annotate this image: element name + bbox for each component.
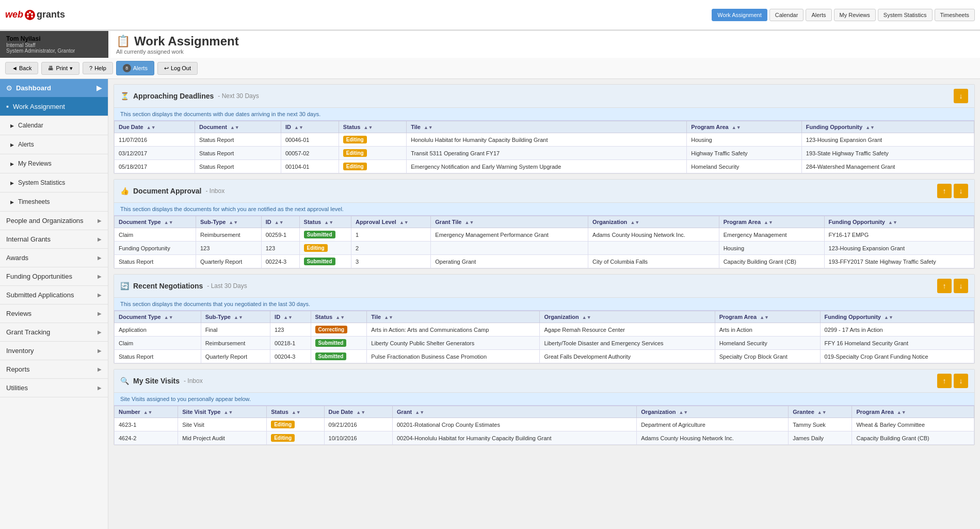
sort-sv-grant-icon: ▲▼ <box>415 410 424 415</box>
col-due-date[interactable]: Due Date ▲▼ <box>115 121 195 133</box>
sidebar-item-system-statistics[interactable]: ▸ System Statistics <box>0 173 108 193</box>
col-rn-org[interactable]: Organization ▲▼ <box>540 311 715 323</box>
recent-negotiations-info: This section displays the documents that… <box>114 298 974 311</box>
col-program-area2[interactable]: Program Area ▲▼ <box>719 216 824 228</box>
cell-id: 123 <box>261 242 299 255</box>
col-id[interactable]: ID ▲▼ <box>281 121 339 133</box>
sidebar-label-funding-opportunities: Funding Opportunities <box>6 272 72 280</box>
sort-rn-doc-type-icon: ▲▼ <box>164 315 173 320</box>
print-button[interactable]: 🖶 🖶 Print Print ▾ <box>41 62 79 75</box>
sidebar-item-calendar[interactable]: ▸ Calendar <box>0 116 108 135</box>
cell-sub-type: Reimbursement <box>196 228 261 242</box>
col-rn-fo[interactable]: Funding Opportunity ▲▼ <box>820 311 974 323</box>
sidebar-item-inventory[interactable]: Inventory ▶ <box>0 342 108 360</box>
submitted-apps-arrow-icon: ▶ <box>98 292 102 298</box>
col-doc-type[interactable]: Document Type ▲▼ <box>115 216 196 228</box>
negotiations-up-btn[interactable]: ↑ <box>937 279 952 293</box>
sort-due-date-icon: ▲▼ <box>147 125 156 130</box>
recent-negotiations-section: 🔄 Recent Negotiations - Last 30 Days ↑ ↓… <box>114 274 975 364</box>
cell-visit-type: Site Visit <box>178 418 267 431</box>
col-sv-grantee[interactable]: Grantee ▲▼ <box>789 406 852 418</box>
col-grant-tile[interactable]: Grant Tile ▲▼ <box>431 216 588 228</box>
col-rn-status[interactable]: Status ▲▼ <box>311 311 367 323</box>
col-rn-id[interactable]: ID ▲▼ <box>270 311 311 323</box>
sidebar-item-submitted-applications[interactable]: Submitted Applications ▶ <box>0 286 108 304</box>
sort-pa2-icon: ▲▼ <box>764 220 773 225</box>
sidebar-item-work-assignment[interactable]: ▪ Work Assignment <box>0 97 108 116</box>
col-rn-pa[interactable]: Program Area ▲▼ <box>715 311 820 323</box>
help-button[interactable]: ? Help <box>83 62 113 74</box>
site-visits-title: 🔍 My Site Visits - Inbox <box>120 377 203 385</box>
cell-doc-type: Funding Opportunity <box>115 242 196 255</box>
cell-status: Editing <box>339 133 406 147</box>
sidebar-dashboard[interactable]: ⊙ Dashboard ▶ <box>0 79 108 97</box>
logout-button[interactable]: ↩ Log Out <box>157 62 198 75</box>
col-document[interactable]: Document ▲▼ <box>195 121 281 133</box>
col-approval-level[interactable]: Approval Level ▲▼ <box>351 216 430 228</box>
sidebar-item-alerts[interactable]: ▸ Alerts <box>0 135 108 154</box>
site-visits-up-btn[interactable]: ↑ <box>937 374 952 388</box>
approaching-deadlines-download-btn[interactable]: ↓ <box>954 89 968 103</box>
nav-system-statistics[interactable]: System Statistics <box>878 9 933 21</box>
doc-approval-up-btn[interactable]: ↑ <box>937 184 952 198</box>
sidebar-item-internal-grants[interactable]: Internal Grants ▶ <box>0 230 108 249</box>
nav-calendar[interactable]: Calendar <box>769 9 804 21</box>
col-sv-type[interactable]: Site Visit Type ▲▼ <box>178 406 267 418</box>
sidebar-item-awards[interactable]: Awards ▶ <box>0 249 108 267</box>
col-sv-number[interactable]: Number ▲▼ <box>115 406 178 418</box>
document-approval-header: 👍 Document Approval - Inbox ↑ ↓ <box>114 180 974 203</box>
sidebar-item-reports[interactable]: Reports ▶ <box>0 360 108 379</box>
col-id2[interactable]: ID ▲▼ <box>261 216 299 228</box>
sidebar-label-alerts: Alerts <box>18 141 34 148</box>
sort-id-icon: ▲▼ <box>294 125 303 130</box>
cell-id: 00204-3 <box>270 350 311 363</box>
negotiations-down-btn[interactable]: ↓ <box>954 279 968 293</box>
col-status[interactable]: Status ▲▼ <box>339 121 406 133</box>
col-program-area[interactable]: Program Area ▲▼ <box>687 121 801 133</box>
col-sv-org[interactable]: Organization ▲▼ <box>637 406 789 418</box>
sidebar-item-utilities[interactable]: Utilities ▶ <box>0 379 108 397</box>
sidebar-item-grant-tracking[interactable]: Grant Tracking ▶ <box>0 323 108 342</box>
cell-grantee: James Daily <box>789 431 852 445</box>
sidebar-item-people-and-organizations[interactable]: People and Organizations ▶ <box>0 212 108 230</box>
sort-rn-tile-icon: ▲▼ <box>384 315 393 320</box>
col-tile[interactable]: Tile ▲▼ <box>407 121 687 133</box>
logo-grants-text: grants <box>37 9 65 20</box>
cell-id: 00259-1 <box>261 228 299 242</box>
cell-program-area: Emergency Management <box>719 228 824 242</box>
reviews-arrow-icon: ▶ <box>98 311 102 316</box>
cell-doc-type: Application <box>115 323 201 336</box>
sidebar-item-funding-opportunities[interactable]: Funding Opportunities ▶ <box>0 267 108 286</box>
col-funding-opportunity2[interactable]: Funding Opportunity ▲▼ <box>824 216 974 228</box>
back-button[interactable]: ◄ Back <box>5 62 38 74</box>
sidebar-label-grant-tracking: Grant Tracking <box>6 328 50 336</box>
nav-work-assignment[interactable]: Work Assignment <box>712 9 767 21</box>
cell-program-area: Housing <box>719 242 824 255</box>
sidebar-item-my-reviews[interactable]: ▸ My Reviews <box>0 154 108 173</box>
col-rn-sub-type[interactable]: Sub-Type ▲▼ <box>201 311 270 323</box>
svg-point-1 <box>27 13 29 15</box>
alerts-button[interactable]: 8 Alerts <box>116 61 154 75</box>
awards-arrow-icon: ▶ <box>98 255 102 261</box>
dashboard-arrow-icon: ▶ <box>97 84 102 92</box>
col-sub-type[interactable]: Sub-Type ▲▼ <box>196 216 261 228</box>
col-status2[interactable]: Status ▲▼ <box>299 216 351 228</box>
col-sv-grant[interactable]: Grant ▲▼ <box>392 406 636 418</box>
sidebar-item-timesheets[interactable]: ▸ Timesheets <box>0 193 108 212</box>
site-visits-down-btn[interactable]: ↓ <box>954 374 968 388</box>
col-sv-status[interactable]: Status ▲▼ <box>267 406 324 418</box>
col-sv-due-date[interactable]: Due Date ▲▼ <box>324 406 392 418</box>
doc-approval-down-btn[interactable]: ↓ <box>954 184 968 198</box>
sidebar-item-reviews[interactable]: Reviews ▶ <box>0 304 108 323</box>
nav-my-reviews[interactable]: My Reviews <box>834 9 876 21</box>
nav-timesheets[interactable]: Timesheets <box>935 9 975 21</box>
col-rn-doc-type[interactable]: Document Type ▲▼ <box>115 311 201 323</box>
col-sv-pa[interactable]: Program Area ▲▼ <box>852 406 974 418</box>
col-organization[interactable]: Organization ▲▼ <box>588 216 719 228</box>
sort-rn-fo-icon: ▲▼ <box>884 315 893 320</box>
col-rn-tile[interactable]: Tile ▲▼ <box>367 311 540 323</box>
cell-status: Submitted <box>311 350 367 363</box>
nav-alerts[interactable]: Alerts <box>806 9 831 21</box>
cell-grant-tile <box>431 242 588 255</box>
col-funding-opportunity[interactable]: Funding Opportunity ▲▼ <box>801 121 974 133</box>
